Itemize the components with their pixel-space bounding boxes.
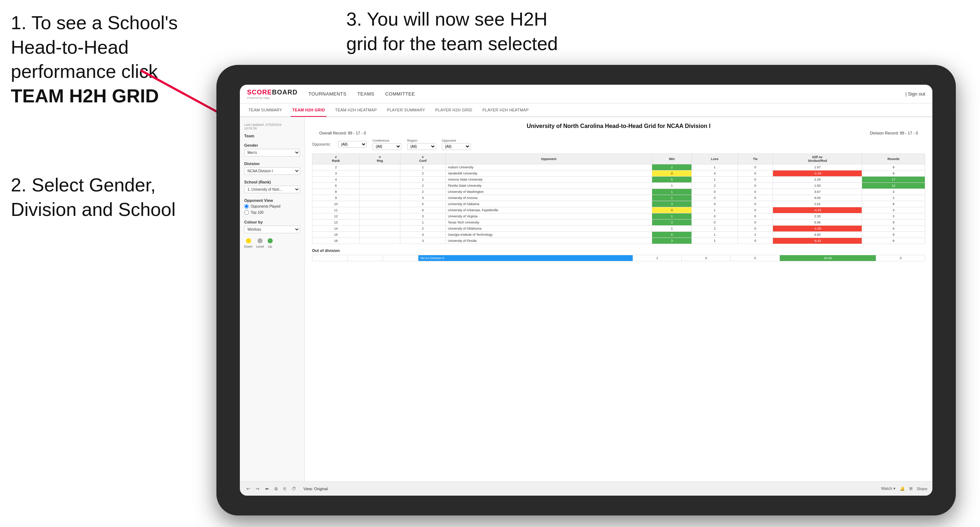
cell-win: 3 bbox=[652, 201, 692, 207]
cell-opponent: Vanderbilt University bbox=[445, 170, 652, 177]
col-diff: Diff AvStrokes/Rnd bbox=[773, 154, 862, 164]
cell-diff: 1.67 bbox=[773, 164, 862, 170]
cell-rank: 12 bbox=[312, 213, 360, 219]
nav-teams[interactable]: TEAMS bbox=[358, 90, 374, 98]
table-row: 16 3 University of Florida 3 1 0 -6.42 9 bbox=[312, 238, 925, 244]
table-row: 3 2 Vanderbilt University 0 4 0 -2.29 8 bbox=[312, 170, 925, 177]
cell-reg bbox=[360, 195, 400, 201]
filter-region: Region (All) bbox=[407, 139, 436, 150]
cell-diff: 1.83 bbox=[773, 183, 862, 189]
cell-conf: 6 bbox=[400, 207, 445, 213]
toolbar-icon2[interactable]: ⊞ bbox=[909, 486, 913, 491]
toolbar-copy[interactable]: ⧉ bbox=[273, 486, 279, 492]
toolbar-paste[interactable]: ⎘ bbox=[282, 486, 288, 492]
cell-win: 2 bbox=[652, 164, 692, 170]
cell-tie: 0 bbox=[738, 225, 773, 232]
nav-tournaments[interactable]: TOURNAMENTS bbox=[309, 90, 347, 98]
col-loss: Loss bbox=[692, 154, 738, 164]
cell-reg bbox=[360, 189, 400, 195]
cell-diff: 9.00 bbox=[773, 195, 862, 201]
school-label: School (Rank) bbox=[244, 180, 300, 184]
filters-row: Opponents: (All) Conference (All) Region bbox=[312, 139, 925, 150]
table-row: 2 1 Auburn University 2 1 0 1.67 9 bbox=[312, 164, 925, 170]
cell-opponent: Texas Tech University bbox=[445, 219, 652, 225]
cell-rounds: 3 bbox=[862, 213, 925, 219]
tab-team-summary[interactable]: TEAM SUMMARY bbox=[247, 104, 283, 117]
division-select[interactable]: NCAA Division I NCAA Division II NCAA Di… bbox=[244, 167, 300, 175]
cell-reg bbox=[360, 170, 400, 177]
cell-reg bbox=[360, 164, 400, 170]
tab-player-h2h-heatmap[interactable]: PLAYER H2H HEATMAP bbox=[481, 104, 530, 117]
cell-loss: 0 bbox=[692, 201, 738, 207]
school-select[interactable]: 1. University of Nort... bbox=[244, 186, 300, 193]
table-row: 8 2 University of Washington 1 0 0 3.67 … bbox=[312, 189, 925, 195]
cell-win: 3 bbox=[652, 238, 692, 244]
toolbar-view-label: View: Original bbox=[303, 487, 328, 491]
cell-tie: 0 bbox=[738, 213, 773, 219]
opponent-view-radios: Opponents Played Top 100 bbox=[244, 204, 300, 215]
cell-loss: 1 bbox=[692, 238, 738, 244]
cell-diff: 5.56 bbox=[773, 219, 862, 225]
table-row: 9 3 University of Arizona 1 0 0 9.00 2 bbox=[312, 195, 925, 201]
cell-rounds: 8 bbox=[862, 170, 925, 177]
ood-empty3 bbox=[383, 255, 418, 261]
ood-rounds: 3 bbox=[876, 255, 925, 261]
sign-out-link[interactable]: | Sign out bbox=[905, 91, 925, 97]
cell-opponent: University of Oklahoma bbox=[445, 225, 652, 232]
logo-sub: Powered by clippi bbox=[247, 96, 298, 100]
filter-conference: Conference (All) bbox=[372, 139, 401, 150]
tab-player-summary[interactable]: PLAYER SUMMARY bbox=[386, 104, 427, 117]
tab-player-h2h-grid[interactable]: PLAYER H2H GRID bbox=[434, 104, 474, 117]
out-of-division-table: NCAA Division II 1 0 0 26.00 3 bbox=[312, 255, 925, 261]
cell-rounds: 9 bbox=[862, 238, 925, 244]
toolbar-watch[interactable]: Watch ▾ bbox=[881, 486, 896, 491]
toolbar-bar: ↩ ↪ ⬅ ⧉ ⎘ ⏱ View: Original Watch ▾ 🔔 ⊞ S… bbox=[240, 481, 932, 496]
sidebar-team-section: Team bbox=[244, 134, 300, 138]
toolbar-icon1[interactable]: 🔔 bbox=[900, 486, 905, 491]
cell-diff: 3.67 bbox=[773, 189, 862, 195]
grid-area: University of North Carolina Head-to-Hea… bbox=[305, 117, 932, 481]
cell-opponent: University of Washington bbox=[445, 189, 652, 195]
toolbar-back[interactable]: ⬅ bbox=[264, 486, 270, 492]
radio-opponents-played[interactable]: Opponents Played bbox=[244, 204, 300, 209]
region-select[interactable]: (All) bbox=[407, 143, 436, 150]
cell-conf: 1 bbox=[400, 164, 445, 170]
cell-reg bbox=[360, 207, 400, 213]
opponents-select[interactable]: (All) bbox=[338, 141, 367, 148]
radio-top-100[interactable]: Top 100 bbox=[244, 210, 300, 215]
toolbar-redo[interactable]: ↪ bbox=[254, 486, 261, 492]
col-reg: #Reg bbox=[360, 154, 400, 164]
sidebar-opponent-view-section: Opponent View Opponents Played Top 100 bbox=[244, 198, 300, 215]
cell-tie: 0 bbox=[738, 183, 773, 189]
toolbar-undo[interactable]: ↩ bbox=[245, 486, 251, 492]
cell-opponent: Georgia Institute of Technology bbox=[445, 232, 652, 238]
opponent-select[interactable]: (All) bbox=[442, 143, 471, 150]
table-row: 13 1 Texas Tech University 3 0 0 5.56 9 bbox=[312, 219, 925, 225]
toolbar-clock[interactable]: ⏱ bbox=[290, 486, 298, 492]
toolbar-share[interactable]: Share bbox=[917, 487, 928, 491]
cell-rounds: 9 bbox=[862, 219, 925, 225]
division-record: Division Record: 88 - 17 - 0 bbox=[870, 131, 918, 135]
ood-empty1 bbox=[312, 255, 348, 261]
cell-win: 3 bbox=[652, 219, 692, 225]
cell-tie: 0 bbox=[738, 164, 773, 170]
col-opponent: Opponent bbox=[445, 154, 652, 164]
out-of-division-header: Out of division bbox=[312, 248, 925, 253]
sidebar-timestamp: Last Updated: 27/03/2024 16:55:38 bbox=[244, 123, 300, 130]
cell-reg bbox=[360, 238, 400, 244]
division-label: Division bbox=[244, 162, 300, 166]
cell-win: 1 bbox=[652, 213, 692, 219]
tab-team-h2h-grid[interactable]: TEAM H2H GRID bbox=[291, 104, 326, 117]
cell-conf: 5 bbox=[400, 201, 445, 207]
ood-diff: 26.00 bbox=[780, 255, 876, 261]
tab-team-h2h-heatmap[interactable]: TEAM H2H HEATMAP bbox=[334, 104, 379, 117]
cell-diff: 2.61 bbox=[773, 201, 862, 207]
colour-by-select[interactable]: Win/loss bbox=[244, 225, 300, 233]
nav-committee[interactable]: COMMITTEE bbox=[385, 90, 415, 98]
cell-loss: 0 bbox=[692, 189, 738, 195]
cell-win: 1 bbox=[652, 189, 692, 195]
cell-rank: 16 bbox=[312, 238, 360, 244]
cell-conf: 2 bbox=[400, 183, 445, 189]
gender-select[interactable]: Men's Women's bbox=[244, 149, 300, 156]
conference-select[interactable]: (All) bbox=[372, 143, 401, 150]
